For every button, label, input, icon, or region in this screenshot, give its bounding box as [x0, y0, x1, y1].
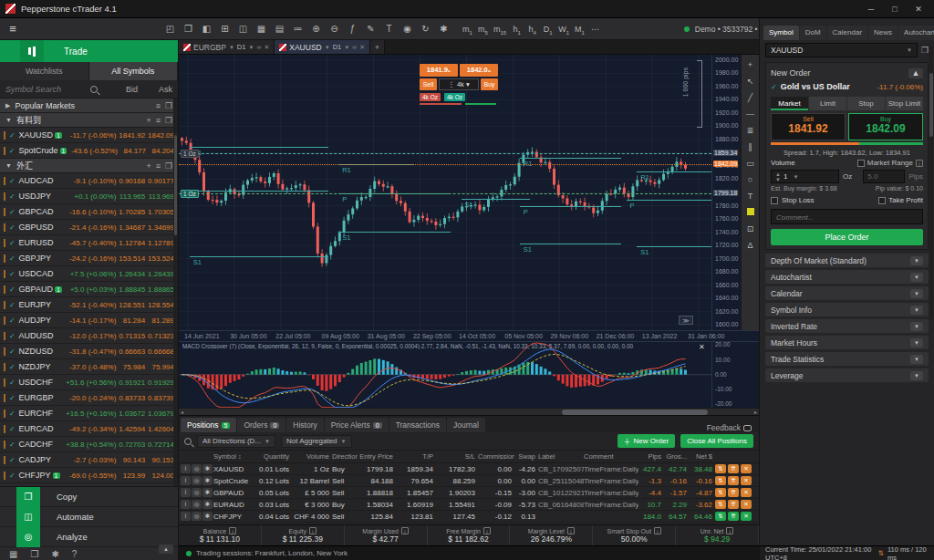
symbol-row[interactable]: ✓EURCHF+16.5 (+0.16%)1.036721.03679 — [0, 406, 178, 421]
bid-value[interactable]: 1841.92 — [116, 131, 145, 140]
bid-value[interactable]: 128.551 — [116, 301, 145, 309]
help-icon[interactable]: ? — [72, 549, 78, 559]
close-all-positions-button[interactable]: Close All Positions — [680, 434, 753, 448]
accordion-autochartist[interactable]: Autochartist▼ — [765, 270, 929, 284]
search-icon[interactable] — [90, 86, 98, 93]
protection-icon[interactable]: ◎ — [192, 488, 202, 497]
tab-news[interactable]: News — [868, 26, 898, 40]
position-row[interactable]: i◎✱CHFJPY0.04 LotsCHF 4 000Sell125.84123… — [179, 511, 759, 523]
list-icon[interactable]: ≔ — [290, 22, 306, 36]
quick-sell-price[interactable]: 1841.9₂ — [420, 64, 458, 77]
draw-icon[interactable]: ✎ — [363, 22, 379, 36]
symbol-row[interactable]: ✓XAUUSD1-11.7 (-0.06%)1841.921842.09 — [0, 128, 178, 143]
bid-value[interactable]: 0.90168 — [116, 177, 145, 185]
tab-watchlists[interactable]: Watchlists — [0, 62, 89, 80]
sidebar-item-automate[interactable]: ◫Automate — [0, 507, 179, 527]
symbol-row[interactable]: ✓AUDJPY-14.1 (-0.17%)81.28481.289 — [0, 313, 178, 328]
chart-tab-xauusd[interactable]: XAUUSD▼D1▼∞✕ — [275, 40, 370, 54]
link-chart-icon[interactable]: ∞ — [352, 44, 357, 50]
chart-plot[interactable]: 2000.001980.001960.001940.001920.001900.… — [179, 55, 759, 330]
symbol-row[interactable]: ✓GBPJPY-24.2 (-0.16%)153.514153.524 — [0, 251, 178, 266]
bid-value[interactable]: 90.143 — [116, 456, 145, 464]
alert-icon[interactable]: Δ — [743, 237, 758, 254]
double-position-icon[interactable]: ⇈ — [728, 512, 739, 521]
settings-icon[interactable]: ✱ — [51, 549, 58, 559]
symbol-row[interactable]: ✓GBPCAD-16.6 (-0.10%)1.702851.70305 — [0, 204, 178, 220]
info-icon[interactable]: i — [726, 527, 733, 534]
menu-icon[interactable]: ≡ — [0, 22, 26, 36]
tab-timeframe[interactable]: D1 — [237, 43, 246, 51]
position-row[interactable]: i◎✱EURAUD0.03 Lots€ 3 000Buy1.580341.609… — [179, 499, 759, 511]
chart-tab-eurgbp[interactable]: EURGBP▼D1▼∞✕ — [179, 40, 275, 54]
layout-columns-icon[interactable]: ◫ — [235, 22, 251, 36]
refresh-icon[interactable]: ↻ — [418, 22, 433, 36]
ask-value[interactable]: 75.994 — [145, 363, 174, 371]
symbol-row[interactable]: ✓USDCAD+7.5 (+0.06%)1.264341.26439 — [0, 266, 178, 282]
ask-value[interactable]: 1842.09 — [145, 131, 174, 140]
timeframe-h1[interactable]: h1 — [510, 22, 524, 36]
sidebar-item-copy[interactable]: ❐Copy — [0, 487, 179, 507]
maximize-button[interactable]: □ — [885, 3, 905, 16]
ask-value[interactable]: 0.71323 — [145, 332, 174, 340]
position-settings-icon[interactable]: ✱ — [202, 476, 213, 485]
quick-volume-select[interactable]: ⋮ 4k ▾ — [439, 78, 479, 90]
reverse-position-icon[interactable]: ⇅ — [715, 500, 726, 509]
tab-positions[interactable]: Positions5 — [181, 418, 236, 432]
symbol-row[interactable]: ✓GBPAUD1+5.0 (+0.03%)1.888451.88865 — [0, 282, 178, 297]
info-icon[interactable]: i — [309, 527, 317, 534]
accordion-calendar[interactable]: Calendar▼ — [765, 286, 929, 300]
order-type-limit[interactable]: Limit — [809, 97, 846, 110]
cursor-icon[interactable]: ↖ — [743, 73, 758, 89]
ellipse-icon[interactable]: ○ — [743, 171, 758, 188]
accordion-leverage[interactable]: Leverage▼ — [765, 368, 929, 382]
symbol-row[interactable]: ✓NZDJPY-37.0 (-0.48%)75.98475.994 — [0, 359, 178, 375]
order-type-stop-limit[interactable]: Stop Limit — [886, 97, 923, 110]
feedback-link[interactable]: Feedback — [707, 423, 757, 432]
ask-value[interactable]: 113.969 — [145, 192, 174, 201]
position-settings-icon[interactable]: ✱ — [202, 512, 213, 521]
symbol-row[interactable]: ✓CADJPY-2.7 (-0.03%)90.14390.153 — [0, 452, 178, 468]
position-volume-chip[interactable]: 1 Oz — [181, 190, 199, 198]
tab-calendar[interactable]: Calendar — [827, 26, 867, 40]
position-row[interactable]: i◎✱GBPAUD0.05 Lots£ 5 000Sell1.888181.85… — [179, 487, 759, 499]
symbol-select[interactable]: XAUUSD▼ — [765, 43, 918, 57]
timeframe-⋯[interactable]: ⋯ — [588, 22, 602, 36]
timeframe-m15[interactable]: m15 — [492, 22, 508, 36]
close-position-icon[interactable]: ✕ — [741, 500, 752, 509]
ask-value[interactable]: 0.91929 — [145, 379, 174, 387]
market-range-checkbox[interactable] — [857, 160, 865, 167]
protection-icon[interactable]: ◎ — [192, 476, 202, 485]
order-type-market[interactable]: Market — [771, 97, 808, 110]
market-range-info-icon[interactable]: i — [916, 160, 923, 167]
place-order-button[interactable]: Place Order — [771, 229, 923, 245]
double-position-icon[interactable]: ⇈ — [728, 476, 739, 485]
symbol-row[interactable]: ✓EURCAD-49.2 (-0.34%)1.425941.42604 — [0, 421, 178, 437]
reverse-position-icon[interactable]: ⇅ — [715, 464, 726, 473]
ask-value[interactable]: 128.554 — [145, 301, 174, 309]
group-menu-icon[interactable]: ≡ — [156, 101, 161, 110]
double-position-icon[interactable]: ⇈ — [728, 488, 739, 497]
symbol-row[interactable]: ✓AUDUSD-12.0 (-0.17%)0.713150.71323 — [0, 328, 178, 344]
filter-search-icon[interactable] — [184, 438, 192, 445]
symbol-row[interactable]: ✓GBPUSD-21.4 (-0.16%)1.346871.34699 — [0, 220, 178, 235]
ask-value[interactable]: 90.153 — [145, 456, 174, 464]
info-icon[interactable]: i — [654, 527, 661, 534]
layout-mosaic-icon[interactable]: ▦ — [254, 22, 269, 36]
timeframe-m1[interactable]: m1 — [461, 22, 474, 36]
symbol-row[interactable]: ✓EURGBP-20.0 (-0.24%)0.837330.83739 — [0, 390, 178, 406]
windows-icon[interactable]: ❐ — [30, 549, 38, 559]
range-input[interactable]: 5.0 — [863, 170, 905, 183]
macd-close-icon[interactable]: ✕ — [699, 343, 705, 351]
position-settings-icon[interactable]: ✱ — [202, 464, 213, 473]
zoom-in-icon[interactable]: ⊕ — [308, 22, 324, 36]
tab-journal[interactable]: Journal — [447, 418, 485, 432]
position-row[interactable]: i◎✱SpotCrude0.12 Lots12 BarrelSell84.188… — [179, 475, 759, 487]
price-axis[interactable]: 2000.001980.001960.001940.001920.001900.… — [711, 55, 741, 330]
timeframe-h4[interactable]: h4 — [525, 22, 539, 36]
info-icon[interactable]: i — [181, 476, 191, 485]
detach-panel-icon[interactable]: ❐ — [921, 46, 929, 55]
bid-value[interactable]: 75.984 — [116, 363, 145, 371]
take-profit-checkbox[interactable] — [878, 197, 886, 204]
buy-button[interactable]: Buy 1842.09 — [848, 113, 923, 140]
direction-filter-select[interactable]: All Directions (D...▼ — [197, 435, 275, 448]
